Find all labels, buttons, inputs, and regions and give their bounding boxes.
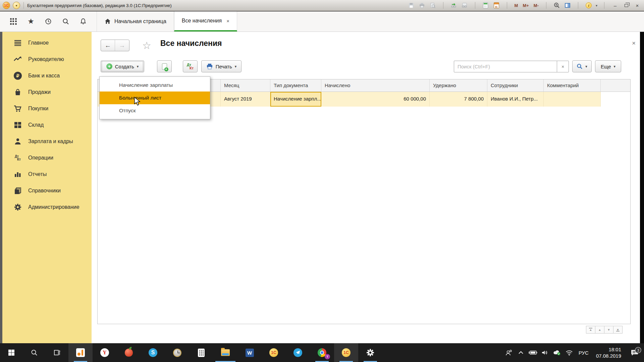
split-window-icon[interactable] [564,2,571,9]
tab-all-accruals[interactable]: Все начисления × [174,11,237,32]
start-button[interactable] [0,343,23,362]
forward-button[interactable]: → [115,40,129,51]
calculator-icon[interactable] [482,2,489,9]
sidebar-item-warehouse[interactable]: Склад [2,117,92,133]
cell-accrued[interactable]: 60 000,00 [321,92,430,107]
sidebar-item-main[interactable]: Главное [2,35,92,51]
taskbar-app-calculator[interactable] [189,343,213,362]
people-icon[interactable] [503,349,515,356]
sidebar-item-administration[interactable]: Администрирование [2,199,92,215]
info-caret-icon[interactable]: ▾ [596,4,597,7]
taskbar-app-settings[interactable] [358,343,382,362]
cell-month[interactable]: Август 2019 [221,92,270,107]
memory-m-button[interactable]: M [514,3,519,8]
print-button[interactable]: Печать ▾ [201,60,241,72]
tray-date: 07.08.2019 [596,353,621,359]
go-first-button[interactable]: ▲ [586,326,595,334]
taskbar-app-1c[interactable]: 1С [262,343,286,362]
header-cell-comment[interactable]: Комментарий [544,79,601,92]
taskbar-app-skype[interactable]: S [141,343,165,362]
main-menu-button[interactable]: ▾ [13,2,20,9]
header-cell-accrued[interactable]: Начислено [321,79,430,92]
sidebar-item-directories[interactable]: Справочники [2,182,92,199]
back-button[interactable]: ← [101,40,115,51]
taskbar-app-chrome[interactable]: T [310,343,334,362]
copy-document-button[interactable] [157,60,172,72]
search-button[interactable]: ▾ [572,60,592,72]
volume-icon[interactable] [539,350,551,355]
tab-home[interactable]: Начальная страница [97,11,174,32]
search-clear-button[interactable]: × [557,61,569,72]
zoom-in-icon[interactable] [553,2,560,9]
sidebar-item-salary[interactable]: Зарплата и кадры [2,133,92,149]
minimize-button[interactable]: – [611,3,619,8]
info-icon[interactable]: i [585,2,592,9]
language-indicator[interactable]: РУС [575,350,592,356]
search-input[interactable] [454,61,557,72]
memory-m-plus-button[interactable]: M+ [522,3,529,8]
menu-item-sick-leave[interactable]: Больничный лист [100,92,210,104]
cell-withheld[interactable]: 7 800,00 [430,92,487,107]
create-button[interactable]: + Создать ▾ [101,60,144,72]
tab-close-icon[interactable]: × [226,18,229,24]
sidebar-item-sales[interactable]: Продажи [2,84,92,100]
sidebar-item-bank[interactable]: ₽ Банк и касса [2,67,92,84]
save-icon[interactable] [408,2,415,9]
notifications-bell-icon[interactable] [74,11,92,32]
print-icon[interactable] [418,2,426,9]
get-link-icon[interactable] [461,2,468,9]
action-center-icon[interactable]: 3 [625,349,644,356]
taskbar-app-explorer[interactable] [213,343,237,362]
apps-menu-icon[interactable] [5,11,22,32]
cell-comment[interactable] [544,92,601,107]
taskbar-search-icon[interactable] [23,343,46,362]
form-close-icon[interactable]: × [632,40,636,47]
sidebar-item-purchases[interactable]: Покупки [2,100,92,117]
sidebar-item-manager[interactable]: Руководителю [2,51,92,67]
go-last-button[interactable]: ▼ [613,326,623,334]
taskbar-app-1c-window[interactable]: 1С [334,343,358,362]
header-cell-employees[interactable]: Сотрудники [487,79,544,92]
history-icon[interactable] [40,11,57,32]
calendar-icon[interactable]: 31 [493,2,500,9]
go-up-button[interactable]: ▲ [595,326,604,334]
header-cell-withheld[interactable]: Удержано [430,79,487,92]
cell-employees[interactable]: Иванов И.И., Петр... [487,92,544,107]
taskbar-app-apple[interactable] [117,343,141,362]
header-cell-doc-type[interactable]: Тип документа [270,79,321,92]
taskbar-app-clock[interactable] [165,343,189,362]
go-to-link-icon[interactable] [450,2,458,9]
favorite-star-icon[interactable]: ☆ [142,40,151,51]
restore-button[interactable] [623,2,630,9]
clock[interactable]: 18:01 07.08.2019 [592,346,625,359]
preview-icon[interactable] [429,2,436,9]
favorites-star-icon[interactable]: ★ [22,11,40,32]
taskbar-app-word[interactable]: W [237,343,262,362]
taskbar-app-1c-edo[interactable] [68,343,93,362]
cell-doc-type-selected[interactable]: Начисление зарпл... [270,92,321,107]
more-button[interactable]: Еще ▾ [595,60,621,72]
close-button[interactable]: × [633,3,641,8]
postings-dtkt-button[interactable]: ДтКт [183,60,198,72]
cell-marker [210,92,221,107]
mouse-cursor [133,97,141,106]
battery-icon[interactable] [527,350,539,355]
header-cell-month[interactable]: Месяц [221,79,270,92]
desktop-edge [640,32,644,343]
taskbar-app-telegram[interactable] [286,343,310,362]
menu-item-vacation[interactable]: Отпуск [100,104,210,117]
wifi-icon[interactable] [563,350,575,356]
cloud-sync-icon[interactable] [551,350,563,356]
telegram-icon [293,348,302,357]
search-icon[interactable] [57,11,74,32]
memory-m-minus-button[interactable]: M- [533,3,539,8]
hidden-icons-chevron[interactable] [515,351,527,354]
sidebar-item-reports[interactable]: Отчеты [2,166,92,182]
menu-item-salary-accrual[interactable]: Начисление зарплаты [100,79,210,92]
taskbar-app-yandex[interactable]: Y [93,343,117,362]
trend-icon [13,55,22,64]
go-down-button[interactable]: ▼ [604,326,613,334]
task-view-icon[interactable] [46,343,68,362]
divider [578,2,578,9]
sidebar-item-operations[interactable]: ДтКт Операции [2,149,92,166]
